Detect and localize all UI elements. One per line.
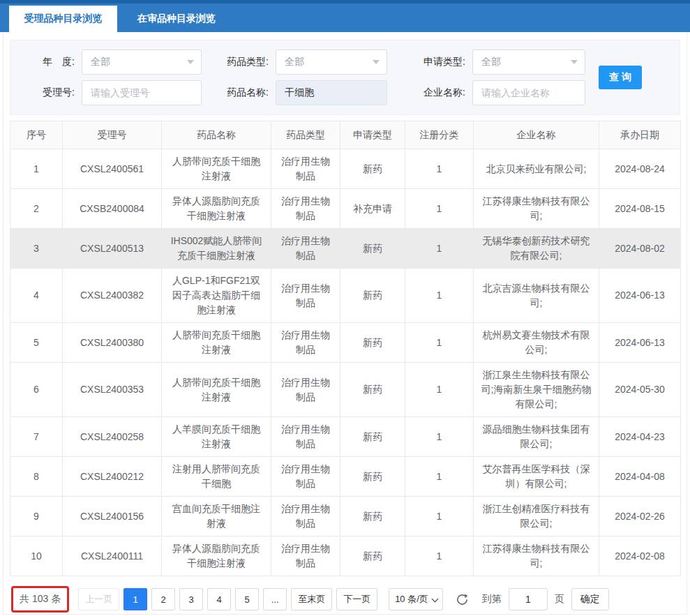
prev-page-button[interactable]: 上一页 (78, 588, 119, 610)
col-date: 承办日期 (599, 121, 681, 149)
drug-type-label: 药品类型: (209, 56, 269, 68)
last-page-button[interactable]: 至末页 (291, 588, 332, 610)
year-label: 年 度: (10, 56, 75, 68)
col-apply-type: 申请类型 (340, 121, 405, 149)
table-row[interactable]: 8 CXSL2400212 注射用人脐带间充质干细胞 治疗用生物制品 新药 1 … (10, 457, 681, 497)
cell-company: 无锡华泰创新药技术研究院有限公司; (474, 229, 599, 269)
cell-apply-type: 新药 (340, 457, 405, 497)
col-reg-class: 注册分类 (405, 121, 474, 149)
cell-apply-type: 新药 (340, 269, 405, 323)
cell-reg-class: 1 (405, 536, 474, 576)
company-name-input[interactable] (481, 87, 576, 98)
apply-type-select[interactable]: 全部 (472, 50, 585, 75)
table-row[interactable]: 9 CXSL2400156 宫血间充质干细胞注射液 治疗用生物制品 新药 1 浙… (10, 497, 681, 536)
cell-reg-class: 1 (405, 269, 474, 323)
results-table: 序号 受理号 药品名称 药品类型 申请类型 注册分类 企业名称 承办日期 1 C… (10, 121, 681, 576)
table-row[interactable]: 5 CXSL2400380 人脐带间充质干细胞注射液 治疗用生物制品 新药 1 … (10, 323, 681, 363)
cell-seq: 10 (10, 536, 63, 576)
cell-date: 2024-05-30 (599, 363, 681, 417)
refresh-icon[interactable] (456, 592, 470, 606)
table-row[interactable]: 2 CXSB2400084 异体人源脂肪间充质干细胞注射液 治疗用生物制品 补充… (10, 189, 681, 229)
cell-apply-type: 新药 (340, 229, 405, 269)
cell-reg-class: 1 (405, 229, 474, 269)
cell-company: 北京吉源生物科技有限公司; (474, 269, 599, 323)
cell-drug-name: 人羊膜间充质干细胞注射液 (162, 417, 271, 457)
cell-seq: 1 (10, 149, 63, 189)
table-row[interactable]: 6 CXSL2400353 人脐带间充质干细胞注射液 治疗用生物制品 新药 1 … (10, 363, 681, 417)
cell-date: 2024-06-13 (599, 269, 681, 323)
cell-acceptance-no: CXSB2400084 (63, 189, 162, 229)
cell-apply-type: 新药 (340, 417, 405, 457)
col-drug-type: 药品类型 (271, 121, 340, 149)
next-page-button[interactable]: 下一页 (336, 588, 377, 610)
acceptance-no-input[interactable] (91, 87, 193, 98)
drug-name-input[interactable] (285, 87, 378, 98)
table-row[interactable]: 10 CXSL2400111 异体人源脂肪间充质干细胞注射液 治疗用生物制品 新… (10, 536, 681, 576)
cell-drug-name: 人GLP-1和FGF21双因子高表达脂肪干细胞注射液 (162, 269, 271, 323)
table-row[interactable]: 1 CXSL2400561 人脐带间充质干细胞注射液 治疗用生物制品 新药 1 … (10, 149, 681, 189)
drug-name-label: 药品名称: (209, 87, 269, 99)
cell-company: 浙江生创精准医疗科技有限公司; (474, 497, 599, 536)
filter-row-2: 受理号: 药品名称: 企业名称: (10, 80, 680, 105)
cell-date: 2024-08-02 (599, 229, 681, 269)
table-row[interactable]: 3 CXSL2400513 IHS002赋能人脐带间充质干细胞注射液 治疗用生物… (10, 229, 681, 269)
pagination-bar: 共 103 条 上一页 1 2 3 4 5 ... 至末页 下一页 10 条/页… (11, 586, 680, 613)
col-drug-name: 药品名称 (162, 121, 271, 149)
acceptance-no-label: 受理号: (10, 87, 75, 99)
cell-reg-class: 1 (405, 497, 474, 536)
confirm-button[interactable]: 确定 (571, 588, 609, 610)
cell-drug-type: 治疗用生物制品 (271, 149, 340, 189)
page-button-2[interactable]: 2 (151, 588, 175, 610)
chevron-down-icon (187, 60, 194, 64)
year-select[interactable]: 全部 (82, 50, 202, 75)
acceptance-no-field-wrap (82, 80, 202, 105)
table-header-row: 序号 受理号 药品名称 药品类型 申请类型 注册分类 企业名称 承办日期 (10, 121, 681, 149)
total-count-annotated: 共 103 条 (11, 586, 69, 613)
drug-type-select[interactable]: 全部 (276, 50, 387, 75)
page-button-1[interactable]: 1 (123, 588, 147, 610)
table-row[interactable]: 4 CXSL2400382 人GLP-1和FGF21双因子高表达脂肪干细胞注射液… (10, 269, 681, 323)
cell-acceptance-no: CXSL2400353 (63, 363, 162, 417)
page-ellipsis-button[interactable]: ... (263, 588, 287, 610)
cell-acceptance-no: CXSL2400258 (63, 417, 162, 457)
content-frame: 年 度: 全部 药品类型: 全部 申请类型: 全部 受理号: 药品名称: (3, 32, 687, 615)
cell-apply-type: 新药 (340, 497, 405, 536)
cell-date: 2024-08-24 (599, 149, 681, 189)
page-button-3[interactable]: 3 (179, 588, 203, 610)
col-seq: 序号 (10, 121, 63, 149)
cell-apply-type: 新药 (340, 536, 405, 576)
cell-apply-type: 新药 (340, 323, 405, 363)
cell-reg-class: 1 (405, 417, 474, 457)
cell-drug-type: 治疗用生物制品 (271, 363, 340, 417)
cell-drug-type: 治疗用生物制品 (271, 229, 340, 269)
cell-drug-name: 注射用人脐带间充质干细胞 (162, 457, 271, 497)
cell-drug-name: 人脐带间充质干细胞注射液 (162, 323, 271, 363)
goto-page-prefix: 到第 (482, 593, 502, 606)
drug-name-field-wrap (276, 80, 387, 105)
page-size-select[interactable]: 10 条/页 (389, 588, 443, 610)
page-button-4[interactable]: 4 (207, 588, 231, 610)
cell-acceptance-no: CXSL2400382 (63, 269, 162, 323)
cell-reg-class: 1 (405, 363, 474, 417)
tab-accepted-catalog[interactable]: 受理品种目录浏览 (9, 6, 117, 32)
year-select-value: 全部 (91, 56, 110, 68)
cell-acceptance-no: CXSL2400380 (63, 323, 162, 363)
cell-acceptance-no: CXSL2400156 (63, 497, 162, 536)
cell-company: 江苏得康生物科技有限公司; (474, 536, 599, 576)
tab-under-review-catalog[interactable]: 在审品种目录浏览 (117, 6, 236, 32)
cell-seq: 6 (10, 363, 63, 417)
cell-drug-name: 人脐带间充质干细胞注射液 (162, 149, 271, 189)
cell-acceptance-no: CXSL2400111 (63, 536, 162, 576)
cell-drug-type: 治疗用生物制品 (271, 536, 340, 576)
page-button-5[interactable]: 5 (235, 588, 259, 610)
table-row[interactable]: 7 CXSL2400258 人羊膜间充质干细胞注射液 治疗用生物制品 新药 1 … (10, 417, 681, 457)
search-button[interactable]: 查 询 (599, 66, 642, 89)
company-name-label: 企业名称: (396, 87, 465, 99)
cell-seq: 8 (10, 457, 63, 497)
cell-company: 杭州易文赛生物技术有限公司; (474, 323, 599, 363)
goto-page-input[interactable] (509, 588, 548, 610)
cell-drug-type: 治疗用生物制品 (271, 189, 340, 229)
cell-drug-name: IHS002赋能人脐带间充质干细胞注射液 (162, 229, 271, 269)
cell-reg-class: 1 (405, 189, 474, 229)
goto-page-suffix: 页 (555, 593, 564, 606)
